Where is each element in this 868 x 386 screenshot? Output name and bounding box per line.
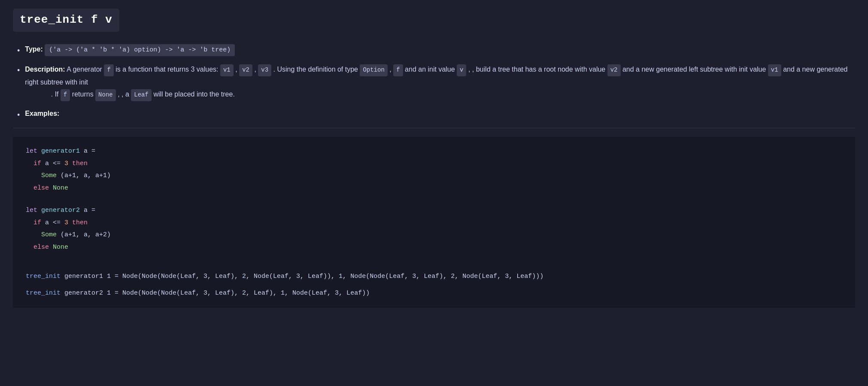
title-bar: tree_init f v [13, 9, 119, 32]
type-content: Type: ('a -> ('a * 'b * 'a) option) -> '… [25, 44, 855, 56]
examples-label: Examples: [25, 110, 59, 117]
type-signature: ('a -> ('a * 'b * 'a) option) -> 'a -> '… [45, 44, 235, 56]
result-lines: tree_init generator1 1 = Node(Node(Node(… [26, 271, 842, 299]
gen2-line2: if a <= 3 then [26, 217, 842, 229]
doc-section: • Type: ('a -> ('a * 'b * 'a) option) ->… [13, 44, 855, 121]
result-line-2: tree_init generator2 1 = Node(Node(Node(… [26, 287, 842, 300]
divider [13, 128, 855, 128]
examples-item: • Examples: [17, 108, 855, 121]
description-label: Description: [25, 66, 65, 73]
desc-none: None [95, 89, 116, 101]
desc-f1: f [104, 64, 113, 76]
desc-mid8: . If [51, 90, 59, 98]
desc-intro: A generator [67, 66, 102, 73]
gen1-line4: else None [26, 182, 842, 195]
generator1-block: let generator1 a = if a <= 3 then Some (… [26, 145, 842, 194]
desc-mid3: , [389, 66, 391, 73]
desc-f2: f [393, 64, 403, 76]
desc-v2: v2 [239, 64, 252, 76]
gen2-line4: else None [26, 241, 842, 254]
desc-mid2: . Using the definition of type [273, 66, 358, 73]
bullet-dot-3: • [17, 109, 20, 121]
bullet-dot: • [17, 45, 20, 57]
desc-v1: v1 [220, 64, 234, 76]
desc-v2b: v2 [607, 64, 621, 76]
code-block: let generator1 a = if a <= 3 then Some (… [13, 137, 855, 308]
gen1-line3: Some (a+1, a, a+1) [26, 170, 842, 182]
desc-option: Option [360, 64, 387, 76]
desc-mid6: and a new generated left subtree with in… [622, 66, 766, 73]
description-text: Description: A generator f is a function… [25, 63, 855, 101]
desc-mid1: is a function that returns 3 values: [115, 66, 218, 73]
generator2-block: let generator2 a = if a <= 3 then Some (… [26, 205, 842, 253]
description-item: • Description: A generator f is a functi… [17, 63, 855, 101]
desc-f3: f [61, 89, 70, 101]
desc-mid10: , a [121, 90, 129, 98]
examples-content: Examples: [25, 108, 855, 119]
desc-leaf: Leaf [131, 89, 152, 101]
desc-v: v [457, 64, 466, 76]
gen2-line3: Some (a+1, a, a+2) [26, 229, 842, 241]
type-item: • Type: ('a -> ('a * 'b * 'a) option) ->… [17, 44, 855, 57]
result-line-1: tree_init generator1 1 = Node(Node(Node(… [26, 271, 842, 283]
desc-v1b: v1 [768, 64, 781, 76]
desc-mid4: and an init value [405, 66, 455, 73]
desc-mid5: , build a tree that has a root node with… [472, 66, 605, 73]
description-content: Description: A generator f is a function… [25, 63, 855, 101]
gen1-line2: if a <= 3 then [26, 158, 842, 170]
desc-mid11: will be placed into the tree. [153, 90, 234, 98]
desc-mid9: returns [72, 90, 94, 98]
page-title: tree_init f v [20, 11, 112, 29]
desc-v3: v3 [258, 64, 271, 76]
gen1-line1: let generator1 a = [26, 145, 842, 158]
gen2-line1: let generator2 a = [26, 205, 842, 217]
type-label: Type: [25, 45, 42, 53]
bullet-dot-2: • [17, 64, 20, 77]
